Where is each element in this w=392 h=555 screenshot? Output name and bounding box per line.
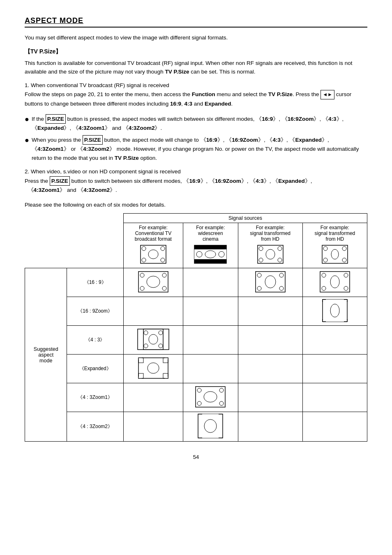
svg-rect-17 bbox=[322, 245, 348, 263]
screen-43zoom1-2 bbox=[194, 385, 227, 409]
step2-heading: 2. When video, s.video or non HD compone… bbox=[25, 168, 367, 175]
cell-169zoom-col2 bbox=[183, 297, 238, 326]
svg-rect-64 bbox=[165, 377, 168, 378]
cell-43zoom1-col4 bbox=[302, 383, 367, 412]
signal-sources-header: Signal sources bbox=[123, 214, 367, 223]
screen-header-2 bbox=[194, 244, 227, 265]
screen-header-3 bbox=[256, 244, 285, 265]
svg-rect-42 bbox=[323, 299, 347, 301]
col1-header: For example:Conventional TVbroadcast for… bbox=[123, 223, 183, 268]
screen-169-3 bbox=[254, 270, 287, 294]
svg-rect-7 bbox=[194, 249, 226, 259]
cell-expanded-col1 bbox=[123, 355, 183, 383]
mode-43: 《4 : 3》 bbox=[67, 326, 123, 355]
cell-169-col3 bbox=[238, 268, 302, 297]
svg-rect-11 bbox=[258, 245, 283, 263]
svg-rect-62 bbox=[165, 358, 168, 359]
tv-psize-desc: This function is available for conventio… bbox=[25, 59, 367, 76]
page-title: ASPECT MODE bbox=[25, 16, 367, 28]
svg-rect-0 bbox=[141, 245, 166, 263]
bullet2-text: When you press the P.SIZE button, the as… bbox=[32, 135, 367, 163]
screen-169-4 bbox=[318, 270, 351, 294]
mode-expanded: 《Expanded》 bbox=[67, 355, 123, 383]
mode-169zoom: 《16 : 9Zoom》 bbox=[67, 297, 123, 326]
cell-expanded-col2 bbox=[183, 355, 238, 383]
svg-rect-54 bbox=[143, 329, 163, 350]
svg-rect-70 bbox=[196, 387, 225, 407]
suggested-label: Suggestedaspectmode bbox=[25, 268, 67, 442]
cell-43zoom2-col3 bbox=[238, 412, 302, 442]
cell-169-col4 bbox=[302, 268, 367, 297]
cell-43-col4 bbox=[302, 326, 367, 355]
svg-rect-60 bbox=[138, 358, 168, 378]
cell-expanded-col3 bbox=[238, 355, 302, 383]
svg-rect-77 bbox=[198, 414, 223, 417]
arrow-button: ◄► bbox=[321, 90, 334, 99]
cell-43zoom2-col2 bbox=[183, 412, 238, 442]
cell-169-col1 bbox=[123, 268, 183, 297]
svg-rect-41 bbox=[323, 299, 347, 322]
cell-169-col2 bbox=[183, 268, 238, 297]
cell-43-col3 bbox=[238, 326, 302, 355]
screen-43-1 bbox=[137, 327, 170, 351]
cell-169zoom-col1 bbox=[123, 297, 183, 326]
mode-169: 《16 : 9》 bbox=[67, 268, 123, 297]
cell-43zoom1-col3 bbox=[238, 383, 302, 412]
cell-169zoom-col3 bbox=[238, 297, 302, 326]
cell-169zoom-col4 bbox=[302, 297, 367, 326]
cell-43-col1 bbox=[123, 326, 183, 355]
table-note: Please see the following on each of six … bbox=[25, 200, 367, 210]
bullet-dot-1: ● bbox=[25, 113, 29, 125]
step1-desc: Follow the steps on page 20, 21 to enter… bbox=[25, 90, 367, 108]
mode-43zoom1: 《4 : 3Zoom1》 bbox=[67, 383, 123, 412]
screen-169zoom-4 bbox=[318, 299, 351, 322]
step2-desc: Press the P.SIZE button to switch betwee… bbox=[25, 176, 367, 195]
cell-43zoom1-col1 bbox=[123, 383, 183, 412]
cell-expanded-col4 bbox=[302, 355, 367, 383]
screen-header-4 bbox=[321, 244, 349, 265]
mode-43zoom2: 《4 : 3Zoom2》 bbox=[67, 412, 123, 442]
step1-heading: 1. When conventional TV broadcast (RF) s… bbox=[25, 82, 367, 88]
bullet-item-1: ● If the P.SIZE button is pressed, the a… bbox=[25, 114, 367, 133]
col3-header: For example:signal transformedfrom HD bbox=[238, 223, 302, 268]
aspect-table: Signal sources For example:Conventional … bbox=[25, 213, 367, 442]
svg-rect-35 bbox=[320, 272, 350, 292]
col4-header: For example:signal transformedfrom HD bbox=[302, 223, 367, 268]
cell-43-col2 bbox=[183, 326, 238, 355]
cell-43zoom1-col2 bbox=[183, 383, 238, 412]
cell-43zoom2-col4 bbox=[302, 412, 367, 442]
bullet-item-2: ● When you press the P.SIZE button, the … bbox=[25, 135, 367, 163]
intro-text: You may set different aspect modes to vi… bbox=[25, 33, 367, 42]
bullet-dot-2: ● bbox=[25, 134, 29, 146]
tv-psize-heading: 【TV P.Size】 bbox=[25, 48, 367, 55]
svg-rect-76 bbox=[198, 414, 223, 438]
page-number: 54 bbox=[25, 454, 367, 460]
cell-43zoom2-col1 bbox=[123, 412, 183, 442]
svg-rect-23 bbox=[138, 272, 168, 292]
col2-header: For example:widescreencinema bbox=[183, 223, 238, 268]
screen-169-1 bbox=[137, 270, 170, 294]
svg-rect-43 bbox=[323, 320, 347, 322]
svg-rect-29 bbox=[256, 272, 285, 292]
svg-rect-63 bbox=[138, 377, 142, 378]
svg-rect-61 bbox=[138, 358, 142, 359]
screen-43zoom2-2 bbox=[194, 414, 227, 438]
bullet1-text: If the P.SIZE button is pressed, the asp… bbox=[32, 114, 367, 133]
svg-rect-78 bbox=[198, 435, 223, 438]
screen-header-1 bbox=[139, 244, 168, 265]
screen-expanded-1 bbox=[137, 356, 170, 380]
